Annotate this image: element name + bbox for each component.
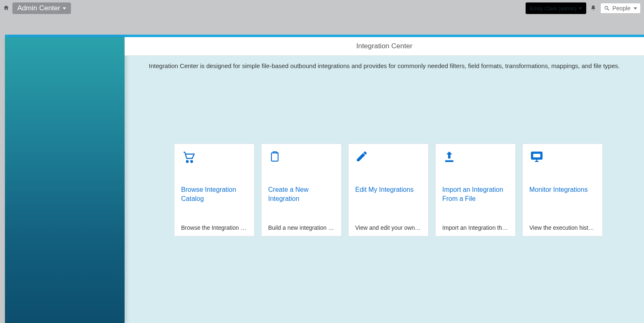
svg-point-2 [186, 160, 189, 163]
module-selector[interactable]: Admin Center [12, 2, 71, 14]
notifications-button[interactable] [589, 4, 598, 13]
caret-down-icon [634, 7, 637, 9]
card-title: Create a New Integration [268, 185, 335, 203]
upload-icon [442, 150, 509, 170]
card-import-integration[interactable]: Import an Integration From a File Import… [435, 144, 516, 236]
cart-icon [181, 150, 248, 170]
card-title: Edit My Integrations [355, 185, 422, 203]
user-menu[interactable]: Emily Clark (admin) [526, 2, 586, 14]
card-description: Import an Integration that was previousl… [442, 224, 509, 231]
caret-down-icon [63, 7, 66, 9]
monitor-icon [529, 150, 596, 170]
clipboard-star-icon [268, 150, 335, 170]
pencil-icon [355, 150, 422, 170]
card-monitor-integrations[interactable]: Monitor Integrations View the execution … [522, 144, 603, 236]
svg-point-3 [191, 160, 193, 163]
main-content: Integration Center Integration Center is… [125, 37, 644, 323]
svg-rect-5 [445, 160, 453, 162]
card-title: Monitor Integrations [529, 185, 596, 203]
card-description: View and edit your own integrations. [355, 224, 422, 231]
card-description: Build a new integration from scratch. [268, 224, 335, 231]
page-title: Integration Center [125, 37, 644, 56]
search-scope-label: People [612, 5, 630, 12]
app-frame: Integration Center Integration Center is… [5, 35, 644, 323]
header-right-group: Emily Clark (admin) People [526, 2, 641, 14]
svg-line-1 [608, 9, 609, 11]
left-sidebar [5, 37, 125, 323]
global-header: Admin Center Emily Clark (admin) People [0, 0, 644, 29]
home-icon [3, 5, 9, 11]
search-icon [604, 5, 610, 11]
page-intro-text: Integration Center is designed for simpl… [125, 56, 644, 69]
card-edit-integrations[interactable]: Edit My Integrations View and edit your … [348, 144, 429, 236]
caret-down-icon [579, 7, 582, 9]
global-search[interactable]: People [600, 3, 641, 14]
card-description: Browse the Integration Catalog for pre-b… [181, 224, 248, 231]
svg-point-0 [605, 6, 608, 9]
user-display-name: Emily Clark (admin) [530, 5, 576, 12]
card-title: Import an Integration From a File [442, 185, 509, 203]
card-browse-catalog[interactable]: Browse Integration Catalog Browse the In… [174, 144, 255, 236]
bell-icon [590, 5, 597, 12]
card-title: Browse Integration Catalog [181, 185, 248, 203]
card-description: View the execution history of integratio… [529, 224, 596, 231]
cards-row: Browse Integration Catalog Browse the In… [125, 69, 644, 236]
module-selector-label: Admin Center [17, 4, 60, 12]
card-create-integration[interactable]: Create a New Integration Build a new int… [261, 144, 342, 236]
svg-rect-7 [533, 153, 541, 158]
svg-rect-4 [271, 153, 278, 161]
home-button[interactable] [2, 3, 11, 12]
